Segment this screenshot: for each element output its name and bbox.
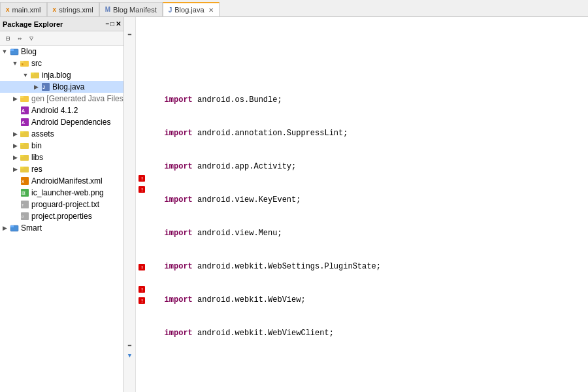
minimize-icon[interactable]: – — [105, 20, 109, 27]
smart-project-icon — [9, 223, 20, 233]
java-file-icon: J — [41, 82, 51, 91]
gen-folder-icon — [20, 94, 30, 103]
view-menu-icon[interactable]: ▽ — [26, 33, 37, 44]
tree-label-bin: bin — [31, 141, 42, 150]
collapse-arrow-oncreate[interactable]: ▬ — [124, 339, 135, 350]
code-line-2: import android.os.Bundle; — [150, 95, 585, 106]
tree-item-project-props[interactable]: P project.properties — [0, 210, 123, 222]
sidebar-header-icons: – □ ✕ — [105, 20, 121, 27]
project-icon — [9, 47, 20, 56]
error-marker-1: ! — [136, 172, 148, 184]
link-with-editor-icon[interactable]: ⇔ — [14, 33, 25, 44]
tree-arrow-inja-blog: ▼ — [21, 72, 30, 78]
code-line-8: import android.webkit.WebView; — [150, 295, 585, 306]
tree-item-blog[interactable]: ▼ Blog — [0, 46, 123, 57]
tree-item-android412[interactable]: A Android 4.1.2 — [0, 105, 123, 116]
svg-text:P: P — [22, 215, 24, 219]
tab-main-xml[interactable]: x main.xml — [0, 2, 47, 16]
svg-rect-1 — [10, 49, 14, 51]
code-line-3: import android.annotation.SuppressLint; — [150, 128, 585, 139]
sidebar-header: Package Explorer – □ ✕ — [0, 17, 123, 31]
tree-label-proguard: proguard-project.txt — [31, 200, 99, 209]
close-sidebar-icon[interactable]: ✕ — [116, 20, 121, 27]
tab-label: strings.xml — [59, 6, 93, 14]
tree-label-libs: libs — [31, 153, 43, 162]
src-folder-icon: s — [20, 59, 30, 68]
expand-arrow-oncreate[interactable]: ▼ — [124, 350, 135, 361]
maximize-icon[interactable]: □ — [110, 20, 114, 27]
svg-rect-18 — [20, 143, 24, 145]
tab-label: main.xml — [12, 6, 41, 14]
code-scroll-area: import android.os.Bundle; import android… — [148, 17, 588, 392]
tab-strings-xml[interactable]: x strings.xml — [47, 2, 99, 16]
tab-label: Blog Manifest — [113, 6, 157, 14]
gutter-arrows: ▬ — [124, 17, 136, 392]
svg-text:s: s — [22, 62, 24, 66]
sidebar-title-area: Package Explorer — [3, 20, 63, 28]
tab-blog-manifest[interactable]: M Blog Manifest — [99, 2, 163, 16]
code-container: ▬ — [124, 17, 588, 392]
tree-item-gen[interactable]: ▶ gen [Generated Java Files] — [0, 93, 123, 105]
tree-label-blog-java: Blog.java — [52, 82, 84, 91]
tree-arrow-smart: ▶ — [0, 225, 9, 231]
close-tab-icon[interactable]: ✕ — [208, 7, 214, 14]
tree-item-inja-blog[interactable]: ▼ inja.blog — [0, 69, 123, 81]
tree-label-manifest: AndroidManifest.xml — [31, 176, 103, 186]
collapse-arrow-imports[interactable]: ▬ — [124, 28, 135, 39]
svg-text:T: T — [22, 203, 24, 207]
svg-text:A: A — [22, 108, 25, 113]
error-marker-4: ! — [136, 284, 148, 295]
res-folder-icon — [20, 165, 30, 174]
code-line-10 — [150, 361, 585, 372]
tree-item-bin[interactable]: ▶ bin — [0, 140, 123, 152]
xml-file-icon: X — [20, 176, 30, 186]
package-icon — [30, 71, 41, 80]
tree-item-manifest[interactable]: X AndroidManifest.xml — [0, 175, 123, 187]
error-marker-5: ! — [136, 295, 148, 306]
code-line-5: import android.view.KeyEvent; — [150, 195, 585, 206]
tree-label-inja-blog: inja.blog — [42, 71, 71, 80]
tree-item-blog-java[interactable]: ▶ J Blog.java — [0, 81, 123, 93]
tab-bar: x main.xml x strings.xml M Blog Manifest… — [0, 0, 588, 17]
code-line-1 — [150, 50, 585, 61]
assets-folder-icon — [20, 129, 30, 139]
svg-rect-32 — [10, 225, 14, 227]
app-root: x main.xml x strings.xml M Blog Manifest… — [0, 0, 588, 392]
sidebar-toolbar: ⊟ ⇔ ▽ — [0, 31, 123, 46]
tab-label: Blog.java — [174, 6, 204, 14]
tree-item-libs[interactable]: ▶ libs — [0, 152, 123, 163]
svg-text:!: ! — [140, 298, 144, 304]
svg-text:!: ! — [140, 176, 144, 182]
tree-item-res[interactable]: ▶ res — [0, 163, 123, 175]
tree-arrow-bin: ▶ — [10, 142, 20, 149]
tree-item-proguard[interactable]: T proguard-project.txt — [0, 199, 123, 210]
tree-item-ic-launcher[interactable]: 🖼 ic_launcher-web.png — [0, 187, 123, 199]
image-file-icon: 🖼 — [20, 188, 30, 197]
svg-text:!: ! — [140, 287, 144, 293]
collapse-all-icon[interactable]: ⊟ — [3, 33, 13, 44]
svg-rect-16 — [20, 131, 24, 133]
tree-item-src[interactable]: ▼ s src — [0, 57, 123, 69]
svg-text:J: J — [42, 85, 45, 90]
manifest-icon: M — [105, 6, 110, 13]
android-icon: A — [20, 106, 30, 115]
code-text: import android.os.Bundle; import android… — [148, 17, 588, 392]
editor-area: ▬ — [124, 17, 588, 392]
svg-text:🖼: 🖼 — [22, 191, 25, 195]
tab-blog-java[interactable]: J Blog.java ✕ — [163, 2, 220, 16]
tree-arrow-src: ▼ — [10, 60, 20, 67]
code-line-9: import android.webkit.WebViewClient; — [150, 328, 585, 339]
tree-item-assets[interactable]: ▶ assets — [0, 128, 123, 140]
tree-item-smart[interactable]: ▶ Smart — [0, 222, 123, 234]
svg-text:!: ! — [140, 265, 144, 270]
xml-icon: x — [53, 6, 57, 13]
tree-arrow-blog-java: ▶ — [31, 84, 41, 90]
main-area: Package Explorer – □ ✕ ⊟ ⇔ ▽ ▼ Blog — [0, 17, 588, 392]
tree-label-android412: Android 4.1.2 — [31, 106, 78, 115]
tree-label-gen: gen [Generated Java Files] — [31, 94, 123, 103]
tree-arrow-gen: ▶ — [10, 95, 20, 102]
svg-text:A: A — [22, 120, 25, 125]
bin-folder-icon — [20, 141, 30, 150]
tree-arrow-res: ▶ — [10, 166, 20, 172]
tree-item-android-deps[interactable]: A Android Dependencies — [0, 116, 123, 128]
